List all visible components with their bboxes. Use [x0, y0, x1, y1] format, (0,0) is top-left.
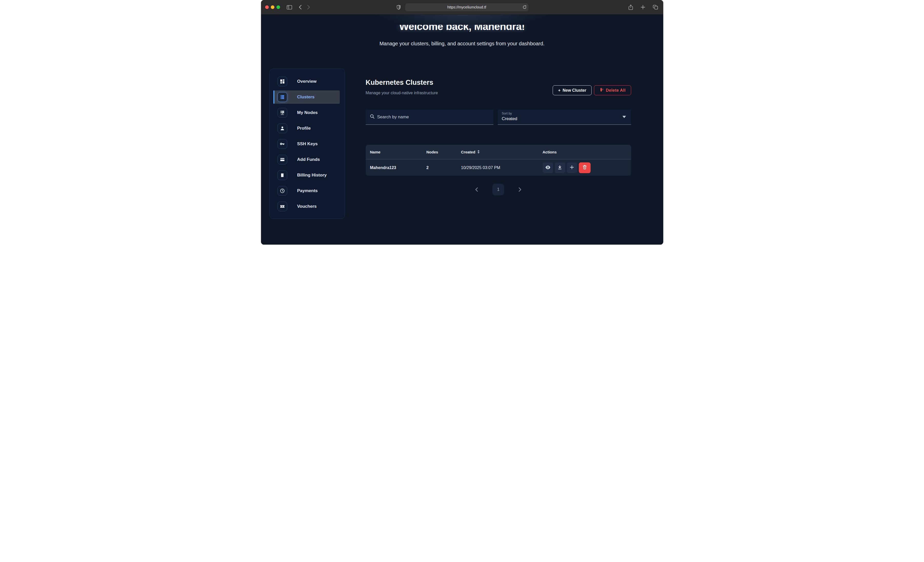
download-icon: [558, 165, 562, 170]
dashboard-grid-icon: [278, 76, 287, 86]
sort-label: Sort by: [502, 112, 627, 115]
sidebar-item-profile[interactable]: Profile: [273, 122, 340, 135]
tab-overview-icon[interactable]: [652, 4, 659, 11]
url-text: https://myceliumcloud.tf: [447, 5, 486, 9]
page-content: Welcome back, Mahendra! Manage your clus…: [261, 15, 663, 245]
address-bar[interactable]: https://myceliumcloud.tf: [405, 3, 528, 11]
node-server-icon: [278, 108, 287, 118]
trash-icon: [583, 165, 587, 170]
back-icon[interactable]: [298, 4, 303, 10]
sidebar-item-vouchers[interactable]: Vouchers: [273, 200, 340, 213]
eye-icon: [546, 166, 550, 170]
minimize-window-button[interactable]: [271, 5, 274, 9]
ticket-percent-icon: [278, 202, 287, 211]
clusters-table: Name Nodes Created Actions Mahendra123 2…: [366, 145, 631, 176]
sidebar-item-label: Billing History: [297, 173, 327, 178]
search-icon: [370, 114, 375, 120]
sidebar-toggle-icon[interactable]: [286, 4, 293, 10]
sort-updown-icon: [477, 150, 480, 154]
sidebar-item-label: Clusters: [297, 94, 315, 100]
key-icon: [278, 139, 287, 149]
created-header-label: Created: [461, 150, 476, 154]
row-actions: [543, 162, 627, 173]
browser-toolbar: https://myceliumcloud.tf: [261, 0, 663, 15]
page-subtitle: Manage your clusters, billing, and accou…: [261, 41, 663, 46]
section-title: Kubernetes Clusters: [366, 79, 434, 87]
add-node-button[interactable]: [567, 162, 577, 173]
new-cluster-button[interactable]: + New Cluster: [553, 85, 592, 95]
plus-icon: +: [558, 88, 560, 93]
clock-icon: [278, 186, 287, 196]
sidebar-item-label: Add Funds: [297, 157, 320, 162]
pagination: 1: [366, 184, 631, 196]
next-page-icon[interactable]: [519, 187, 522, 192]
person-icon: [278, 124, 287, 133]
receipt-icon: [278, 170, 287, 180]
cluster-nodes: 2: [426, 166, 461, 170]
page-number-button[interactable]: 1: [492, 184, 504, 196]
table-row: Mahendra123 2 10/29/2025 03:07 PM: [366, 159, 631, 176]
cluster-toolbar: + New Cluster Delete All: [553, 85, 631, 95]
sidebar-item-clusters[interactable]: Clusters: [273, 90, 340, 104]
search-box: [366, 109, 494, 125]
cluster-name: Mahendra123: [370, 166, 426, 170]
new-cluster-label: New Cluster: [562, 88, 586, 93]
plus-icon: [570, 165, 574, 170]
sidebar-item-payments[interactable]: Payments: [273, 184, 340, 197]
credit-card-icon: [278, 155, 287, 164]
page-title: Welcome back, Mahendra!: [261, 25, 663, 32]
sidebar-item-label: Payments: [297, 188, 318, 193]
delete-sweep-icon: [599, 88, 604, 93]
sidebar-item-label: Profile: [297, 126, 311, 131]
sort-value: Created: [502, 116, 627, 121]
view-cluster-button[interactable]: [543, 162, 553, 173]
sidebar-item-label: SSH Keys: [297, 141, 318, 146]
reload-icon[interactable]: [523, 5, 526, 9]
column-header-created[interactable]: Created: [461, 150, 543, 154]
browser-window: https://myceliumcloud.tf: [261, 0, 663, 245]
cluster-created: 10/29/2025 03:07 PM: [461, 166, 543, 170]
column-header-actions: Actions: [543, 150, 627, 154]
section-subtitle: Manage your cloud-native infrastructure: [366, 91, 438, 95]
sidebar-item-label: Overview: [297, 79, 317, 84]
server-stack-icon: [278, 92, 287, 102]
download-kubeconfig-button[interactable]: [555, 162, 565, 173]
sidebar-item-label: My Nodes: [297, 110, 318, 115]
privacy-shield-icon[interactable]: [396, 4, 402, 11]
traffic-lights: [265, 5, 280, 9]
delete-all-button[interactable]: Delete All: [594, 85, 631, 95]
delete-cluster-button[interactable]: [579, 162, 591, 173]
search-input[interactable]: [377, 115, 489, 120]
column-header-nodes: Nodes: [426, 150, 461, 154]
new-tab-icon[interactable]: [640, 4, 646, 11]
sidebar-item-label: Vouchers: [297, 204, 317, 209]
previous-page-icon[interactable]: [475, 187, 478, 192]
sidebar-item-my-nodes[interactable]: My Nodes: [273, 106, 340, 120]
table-header-row: Name Nodes Created Actions: [366, 145, 631, 159]
sidebar-item-ssh-keys[interactable]: SSH Keys: [273, 137, 340, 151]
share-icon[interactable]: [627, 4, 634, 11]
zoom-window-button[interactable]: [276, 5, 280, 9]
close-window-button[interactable]: [265, 5, 269, 9]
sidebar-item-billing-history[interactable]: Billing History: [273, 169, 340, 182]
delete-all-label: Delete All: [606, 88, 626, 93]
sidebar-item-add-funds[interactable]: Add Funds: [273, 153, 340, 166]
sort-select[interactable]: Sort by Created: [498, 109, 631, 125]
chevron-down-icon: [622, 116, 626, 118]
forward-icon[interactable]: [306, 4, 311, 10]
sidebar-item-overview[interactable]: Overview: [273, 75, 340, 88]
sidebar: Overview Clusters: [270, 69, 345, 219]
column-header-name: Name: [370, 150, 426, 154]
